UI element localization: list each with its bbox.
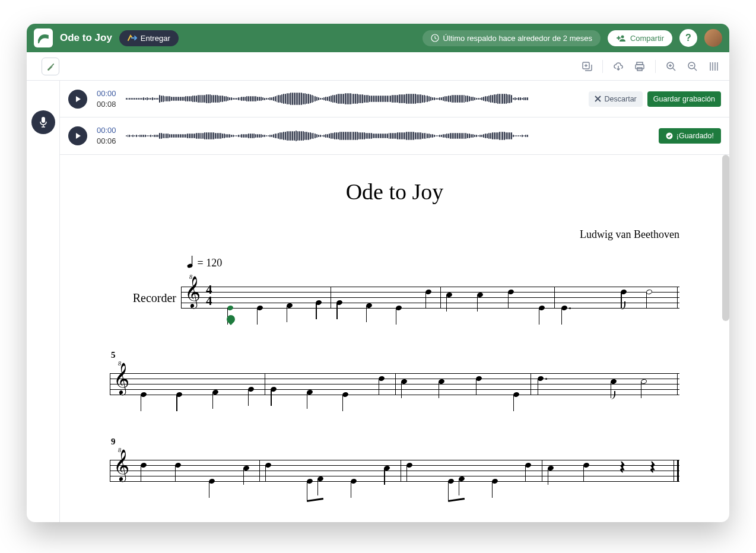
recording-row: 00:00 00:06 ¡Guardado!	[60, 117, 729, 154]
measure-number: 5	[111, 350, 679, 360]
scrollbar[interactable]	[722, 155, 729, 321]
download-icon[interactable]	[612, 61, 624, 72]
toolbar-actions	[581, 60, 720, 73]
staff[interactable]: 8𝄞𝄽𝄽	[110, 449, 679, 494]
left-rail	[27, 81, 60, 522]
toolbar	[27, 52, 729, 81]
tempo-marking: = 120	[187, 255, 679, 271]
svg-point-1	[621, 36, 624, 39]
time-total: 00:08	[97, 99, 116, 110]
help-icon: ?	[685, 33, 691, 43]
staff-system-block: 9 8𝄞𝄽𝄽	[110, 437, 679, 494]
save-recording-button[interactable]: Guardar grabación	[647, 91, 721, 107]
discard-label: Descartar	[605, 95, 637, 103]
check-circle-icon	[666, 132, 673, 139]
clock-icon	[431, 34, 439, 42]
logo-icon	[37, 32, 49, 44]
main-area: 00:00 00:08 Descartar Guardar grabación	[27, 81, 729, 522]
zoom-out-icon[interactable]	[687, 61, 698, 72]
turnin-button[interactable]: Entregar	[119, 30, 179, 46]
time-current: 00:00	[97, 88, 116, 99]
discard-button[interactable]: Descartar	[589, 91, 643, 107]
recordings-panel: 00:00 00:08 Descartar Guardar grabación	[60, 81, 729, 155]
staff-system-block: 5 8𝄞	[110, 350, 679, 407]
saved-label: ¡Guardado!	[676, 132, 714, 140]
zoom-in-icon[interactable]	[665, 61, 677, 72]
duplicate-icon[interactable]	[581, 61, 593, 72]
play-icon	[74, 132, 81, 139]
app-logo[interactable]	[34, 28, 53, 47]
waveform[interactable]	[126, 125, 529, 147]
share-label: Compartir	[630, 34, 664, 43]
svg-rect-11	[192, 256, 192, 266]
separator	[602, 60, 603, 73]
turnin-icon	[128, 34, 137, 42]
print-icon[interactable]	[634, 61, 646, 72]
play-button[interactable]	[68, 126, 87, 145]
backup-text: Último respaldo hace alrededor de 2 mese…	[443, 34, 592, 43]
dropper-icon	[46, 62, 55, 71]
time-current: 00:00	[97, 125, 116, 136]
help-button[interactable]: ?	[679, 29, 697, 47]
score-title: Ode to Joy	[110, 179, 679, 205]
document-title: Ode to Joy	[60, 32, 112, 44]
recording-times: 00:00 00:08	[97, 88, 116, 109]
dropper-tool[interactable]	[42, 58, 59, 75]
play-button[interactable]	[68, 90, 87, 109]
header-bar: Ode to Joy Entregar Último respaldo hace…	[27, 24, 729, 52]
tempo-value: = 120	[198, 257, 223, 269]
turnin-label: Entregar	[141, 34, 170, 43]
content-area: 00:00 00:08 Descartar Guardar grabación	[60, 81, 729, 522]
save-label: Guardar grabación	[653, 95, 715, 103]
recording-times: 00:00 00:06	[97, 125, 116, 146]
measure-number: 9	[111, 437, 679, 447]
backup-status: Último respaldo hace alrededor de 2 mese…	[423, 30, 600, 46]
separator	[655, 60, 656, 73]
staff-system: Recorder 8𝄞44	[110, 276, 679, 320]
share-icon	[616, 34, 627, 42]
score-sheet: Ode to Joy Ludwig van Beethoven = 120 Re…	[110, 179, 679, 494]
score-viewport[interactable]: Ode to Joy Ludwig van Beethoven = 120 Re…	[60, 155, 729, 522]
microphone-button[interactable]	[31, 110, 55, 134]
user-avatar[interactable]	[704, 29, 722, 47]
composer-name: Ludwig van Beethoven	[110, 228, 679, 241]
staff[interactable]: 8𝄞44	[181, 276, 679, 320]
svg-rect-8	[42, 117, 45, 123]
svg-rect-4	[636, 65, 644, 69]
microphone-icon	[39, 116, 48, 128]
play-icon	[74, 96, 81, 103]
view-mode-icon[interactable]	[708, 61, 720, 72]
app-window: Ode to Joy Entregar Último respaldo hace…	[27, 24, 729, 522]
waveform[interactable]	[126, 88, 529, 110]
saved-badge: ¡Guardado!	[659, 128, 721, 144]
close-icon	[595, 96, 601, 102]
time-total: 00:06	[97, 136, 116, 147]
recording-row: 00:00 00:08 Descartar Guardar grabación	[60, 81, 729, 117]
share-button[interactable]: Compartir	[608, 30, 672, 46]
quarter-note-icon	[187, 255, 195, 268]
instrument-label: Recorder	[110, 291, 181, 305]
staff[interactable]: 8𝄞	[110, 363, 679, 407]
